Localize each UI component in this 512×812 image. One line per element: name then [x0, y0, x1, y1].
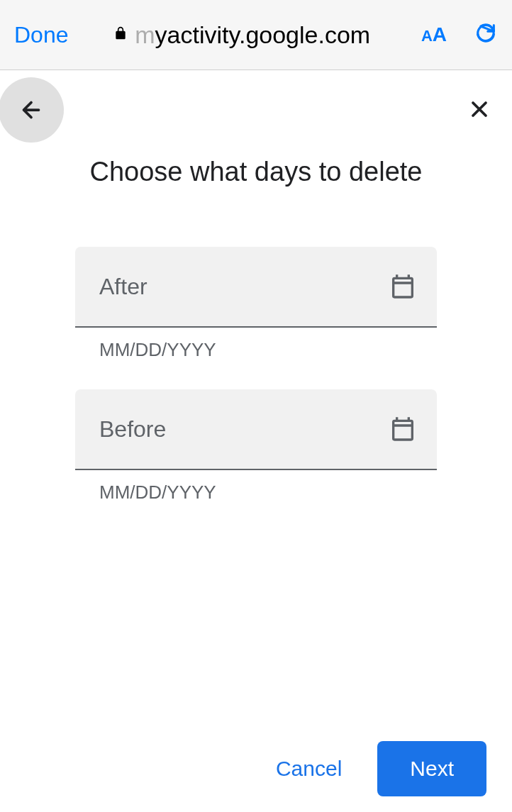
done-button[interactable]: Done — [14, 22, 69, 48]
url-text: myactivity.google.com — [135, 21, 370, 49]
after-field-group: After MM/DD/YYYY — [75, 247, 437, 361]
top-controls — [0, 70, 512, 141]
text-size-button[interactable]: AA — [416, 23, 452, 46]
back-button[interactable] — [0, 77, 64, 143]
before-field-group: Before MM/DD/YYYY — [75, 389, 437, 504]
url-section[interactable]: myactivity.google.com — [83, 21, 401, 49]
next-button[interactable]: Next — [377, 741, 486, 796]
calendar-icon[interactable] — [389, 415, 417, 443]
after-hint: MM/DD/YYYY — [99, 339, 437, 361]
before-label: Before — [99, 416, 166, 443]
footer-buttons: Cancel Next — [267, 741, 486, 796]
page-title: Choose what days to delete — [0, 157, 512, 187]
browser-bar: Done myactivity.google.com AA — [0, 0, 512, 70]
calendar-icon[interactable] — [389, 272, 417, 301]
before-date-input[interactable]: Before — [75, 389, 437, 470]
after-label: After — [99, 274, 148, 300]
close-icon[interactable] — [467, 96, 492, 122]
reload-icon[interactable] — [467, 21, 498, 48]
before-hint: MM/DD/YYYY — [99, 482, 437, 504]
arrow-left-icon — [18, 97, 44, 123]
cancel-button[interactable]: Cancel — [267, 744, 350, 794]
after-date-input[interactable]: After — [75, 247, 437, 328]
lock-icon — [113, 24, 128, 45]
content-area: Choose what days to delete After MM/DD/Y… — [0, 70, 512, 812]
form-area: After MM/DD/YYYY Before MM/DD/YYYY — [0, 247, 512, 532]
